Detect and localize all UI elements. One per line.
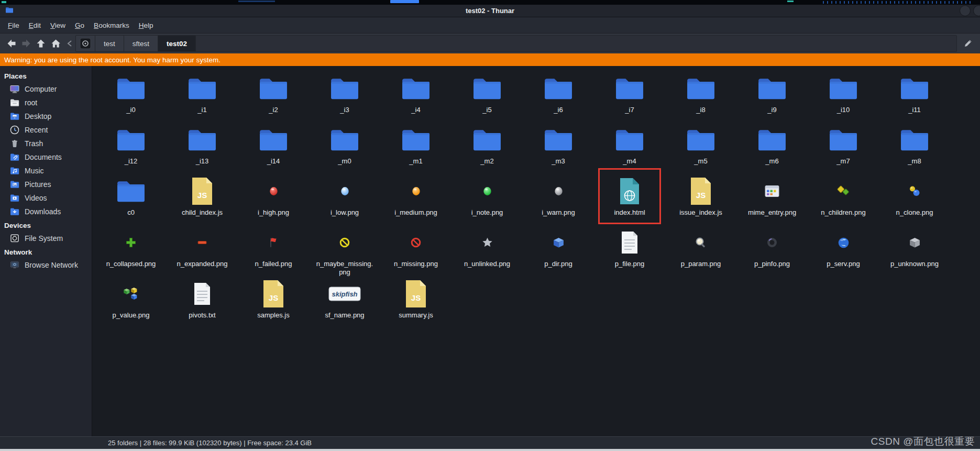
file-item[interactable]: mime_entry.​png (736, 175, 808, 226)
folder-item[interactable]: _m1 (380, 124, 452, 175)
file-item[interactable]: n_missing.​png (380, 226, 452, 278)
edit-path-pencil-icon[interactable] (960, 36, 976, 51)
folder-item[interactable]: _i2 (238, 72, 309, 124)
menu-item-go[interactable]: Go (70, 19, 89, 31)
folder-item[interactable]: _i14 (238, 124, 309, 175)
file-item[interactable]: p_file.​png (594, 226, 665, 278)
desktop-icon (9, 111, 20, 122)
home-button[interactable] (48, 36, 63, 51)
window-title: test02 - Thunar (466, 7, 514, 15)
up-button[interactable] (34, 36, 48, 51)
folder-item[interactable]: _m3 (523, 124, 594, 175)
orb-blue-icon (340, 176, 349, 206)
folder-item[interactable]: _m0 (309, 124, 380, 175)
folder-item[interactable]: _m8 (879, 124, 950, 175)
file-item[interactable]: p_dir.​png (523, 226, 594, 278)
folder-item[interactable]: _i3 (309, 72, 380, 124)
file-item[interactable]: index.​html (594, 175, 665, 226)
path-button-test02[interactable]: test02 (158, 36, 196, 51)
file-item[interactable]: i_note.​png (452, 175, 523, 226)
sidebar-item-trash[interactable]: Trash (0, 137, 92, 150)
file-label: _m5 (694, 157, 707, 166)
file-item[interactable]: skipfishsf_name.​png (309, 278, 380, 329)
page-edge-strip (0, 449, 980, 451)
window-close-button[interactable] (973, 5, 980, 16)
folder-item[interactable]: _m4 (594, 124, 665, 175)
folder-item[interactable]: _m6 (736, 124, 808, 175)
back-button[interactable] (4, 36, 19, 51)
menu-item-view[interactable]: View (46, 19, 70, 31)
file-item[interactable]: p_pinfo.​png (736, 226, 808, 278)
file-item[interactable]: n_collapsed.​png (95, 226, 167, 278)
file-item[interactable]: JSsamples.​js (238, 278, 309, 329)
file-item[interactable]: n_maybe_missing.​png (309, 226, 380, 278)
menu-item-edit[interactable]: Edit (24, 19, 46, 31)
folder-item[interactable]: _i11 (879, 72, 950, 124)
path-root-drive-icon[interactable] (76, 36, 95, 51)
file-item[interactable]: p_serv.​png (808, 226, 879, 278)
forward-button[interactable] (19, 36, 34, 51)
path-button-test[interactable]: test (95, 36, 124, 51)
folder-item[interactable]: _i8 (665, 72, 736, 124)
folder-item[interactable]: _m7 (808, 124, 879, 175)
folder-item[interactable]: _i1 (167, 72, 238, 124)
window-minimize-button[interactable] (960, 5, 971, 16)
file-label: n_failed.​png (255, 260, 292, 268)
sidebar-item-documents[interactable]: Documents (0, 150, 92, 164)
folder-videos-icon (9, 193, 20, 203)
folder-item[interactable]: _i7 (594, 72, 665, 124)
file-item[interactable]: n_unlinked.​png (452, 226, 523, 278)
file-item[interactable]: n_expanded.​png (167, 226, 238, 278)
sidebar-item-downloads[interactable]: Downloads (0, 205, 92, 218)
file-item[interactable]: p_param.​png (665, 226, 736, 278)
file-item[interactable]: i_medium.​png (380, 175, 452, 226)
sidebar-item-root[interactable]: root (0, 96, 92, 109)
file-label: _i8 (696, 106, 705, 114)
folder-icon (186, 73, 218, 104)
file-item[interactable]: JSsummary.​js (380, 278, 452, 329)
menu-item-bookmarks[interactable]: Bookmarks (89, 19, 134, 31)
file-item[interactable]: p_value.​png (95, 278, 167, 329)
path-bar: testsftesttest02 (75, 35, 957, 52)
file-item[interactable]: n_children.​png (808, 175, 879, 226)
sidebar-item-computer[interactable]: Computer (0, 82, 92, 96)
folder-item[interactable]: _m5 (665, 124, 736, 175)
sidebar-item-pictures[interactable]: Pictures (0, 178, 92, 191)
file-item[interactable]: pivots.​txt (167, 278, 238, 329)
folder-item[interactable]: _m2 (452, 124, 523, 175)
nosign-yellow-icon (339, 227, 350, 258)
menu-item-file[interactable]: File (3, 19, 24, 31)
sidebar-item-videos[interactable]: Videos (0, 191, 92, 205)
desktop-background-strip (0, 0, 980, 5)
flag-icon (268, 227, 279, 258)
sidebar-item-recent[interactable]: Recent (0, 123, 92, 137)
folder-item[interactable]: _i10 (808, 72, 879, 124)
sidebar-item-label: Music (25, 167, 44, 175)
sidebar-item-file-system[interactable]: File System (0, 232, 92, 245)
file-item[interactable]: JSchild_index.​js (167, 175, 238, 226)
watermark: CSDN @面包也很重要 (871, 435, 975, 448)
file-item[interactable]: i_low.​png (309, 175, 380, 226)
sidebar-item-music[interactable]: Music (0, 164, 92, 178)
folder-item[interactable]: _i5 (452, 72, 523, 124)
file-item[interactable]: i_warn.​png (523, 175, 594, 226)
file-item[interactable]: n_failed.​png (238, 226, 309, 278)
folder-icon (898, 73, 931, 104)
sidebar-item-desktop[interactable]: Desktop (0, 109, 92, 123)
folder-icon (257, 125, 290, 155)
menu-item-help[interactable]: Help (134, 19, 158, 31)
path-button-sftest[interactable]: sftest (124, 36, 158, 51)
path-scroll-left-icon[interactable] (65, 36, 74, 51)
sidebar-item-browse-network[interactable]: Browse Network (0, 258, 92, 272)
file-item[interactable]: n_clone.​png (879, 175, 950, 226)
file-item[interactable]: i_high.​png (238, 175, 309, 226)
file-item[interactable]: p_unknown.​png (879, 226, 950, 278)
folder-item[interactable]: c0 (95, 175, 167, 226)
folder-item[interactable]: _i6 (523, 72, 594, 124)
folder-item[interactable]: _i9 (736, 72, 808, 124)
file-item[interactable]: JSissue_index.​js (665, 175, 736, 226)
folder-item[interactable]: _i13 (167, 124, 238, 175)
folder-item[interactable]: _i0 (95, 72, 167, 124)
folder-item[interactable]: _i12 (95, 124, 167, 175)
folder-item[interactable]: _i4 (380, 72, 452, 124)
